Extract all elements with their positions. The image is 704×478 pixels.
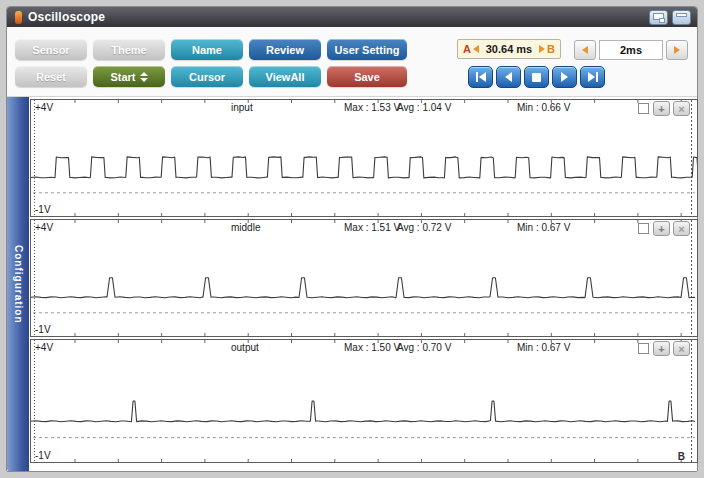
window-title: Oscilloscope xyxy=(28,10,645,24)
right-arrow-icon xyxy=(674,46,680,54)
left-arrow-icon xyxy=(582,46,588,54)
min-stat: Min : 0.67 V xyxy=(517,342,570,353)
channel-checkbox[interactable] xyxy=(638,223,649,234)
channel-name: middle xyxy=(231,222,260,233)
desktop-background: Oscilloscope Sensor Theme Name Review Us… xyxy=(0,0,704,478)
waveform-plot-middle xyxy=(31,220,697,336)
oscilloscope-window: Oscilloscope Sensor Theme Name Review Us… xyxy=(6,6,698,472)
avg-stat: Avg : 0.70 V xyxy=(397,342,451,353)
step-forward-button[interactable] xyxy=(552,66,577,88)
configuration-tab-label: Configuration xyxy=(13,245,24,324)
max-stat: Max : 1.51 V xyxy=(344,222,400,233)
step-back-button[interactable] xyxy=(496,66,521,88)
channel-panels: +4V -1V input Max : 1.53 V Avg : 1.04 V … xyxy=(30,99,696,465)
theme-button[interactable]: Theme xyxy=(93,39,165,60)
review-button[interactable]: Review xyxy=(249,39,321,60)
cursor-b-marker: B xyxy=(539,43,555,55)
range-top-label: +4V xyxy=(35,222,53,233)
ab-time-readout: A 30.64 ms B xyxy=(457,39,561,59)
start-button[interactable]: Start xyxy=(93,66,165,87)
skip-to-end-button[interactable] xyxy=(580,66,605,88)
range-bottom-label: -1V xyxy=(35,324,51,335)
min-stat: Min : 0.66 V xyxy=(517,102,570,113)
user-setting-button[interactable]: User Setting xyxy=(327,39,407,60)
zoom-in-button[interactable]: + xyxy=(653,221,670,236)
max-stat: Max : 1.50 V xyxy=(344,342,400,353)
waveform-plot-input xyxy=(31,100,697,216)
range-top-label: +4V xyxy=(35,102,53,113)
channel-panel-output: +4V -1V output Max : 1.50 V Avg : 0.70 V… xyxy=(30,339,698,463)
close-channel-button[interactable]: × xyxy=(673,101,690,116)
cursor-b-label: B xyxy=(678,451,685,462)
cursor-a-marker: A xyxy=(463,43,479,55)
channel-name: input xyxy=(231,102,253,113)
channel-panel-middle: +4V -1V middle Max : 1.51 V Avg : 0.72 V… xyxy=(30,219,698,337)
timebase-value: 2ms xyxy=(599,40,663,60)
stop-button[interactable] xyxy=(524,66,549,88)
sensor-button[interactable]: Sensor xyxy=(15,39,87,60)
channel-checkbox[interactable] xyxy=(638,103,649,114)
range-bottom-label: -1V xyxy=(35,204,51,215)
channel-name: output xyxy=(231,342,259,353)
spinner-arrows-icon xyxy=(140,72,148,82)
ab-time-value: 30.64 ms xyxy=(486,43,532,55)
oscilloscope-app-icon xyxy=(15,11,22,24)
new-window-icon[interactable] xyxy=(649,10,668,25)
layout-icon[interactable] xyxy=(672,10,691,25)
save-button[interactable]: Save xyxy=(327,66,407,87)
a-left-triangle-icon xyxy=(473,45,479,53)
waveform-plot-output xyxy=(31,340,697,462)
close-channel-button[interactable]: × xyxy=(673,221,690,236)
avg-stat: Avg : 1.04 V xyxy=(397,102,451,113)
cursor-button[interactable]: Cursor xyxy=(171,66,243,87)
timebase-increase-button[interactable] xyxy=(666,40,688,60)
timebase-decrease-button[interactable] xyxy=(574,40,596,60)
channel-checkbox[interactable] xyxy=(638,343,649,354)
name-button[interactable]: Name xyxy=(171,39,243,60)
skip-to-start-button[interactable] xyxy=(468,66,493,88)
max-stat: Max : 1.53 V xyxy=(344,102,400,113)
close-channel-button[interactable]: × xyxy=(673,341,690,356)
zoom-in-button[interactable]: + xyxy=(653,341,670,356)
min-stat: Min : 0.67 V xyxy=(517,222,570,233)
b-right-triangle-icon xyxy=(539,45,545,53)
toolbar: Sensor Theme Name Review User Setting Re… xyxy=(7,27,697,97)
playback-controls xyxy=(468,66,605,88)
configuration-tab[interactable]: Configuration xyxy=(7,97,29,471)
avg-stat: Avg : 0.72 V xyxy=(397,222,451,233)
main-area: Configuration +4V -1V input Max : 1.53 V… xyxy=(7,97,697,471)
zoom-in-button[interactable]: + xyxy=(653,101,670,116)
reset-button[interactable]: Reset xyxy=(15,66,87,87)
channel-panel-input: +4V -1V input Max : 1.53 V Avg : 1.04 V … xyxy=(30,99,698,217)
range-bottom-label: -1V xyxy=(35,450,51,461)
start-button-label: Start xyxy=(110,71,135,83)
title-bar[interactable]: Oscilloscope xyxy=(7,7,697,27)
range-top-label: +4V xyxy=(35,342,53,353)
viewall-button[interactable]: ViewAll xyxy=(249,66,321,87)
